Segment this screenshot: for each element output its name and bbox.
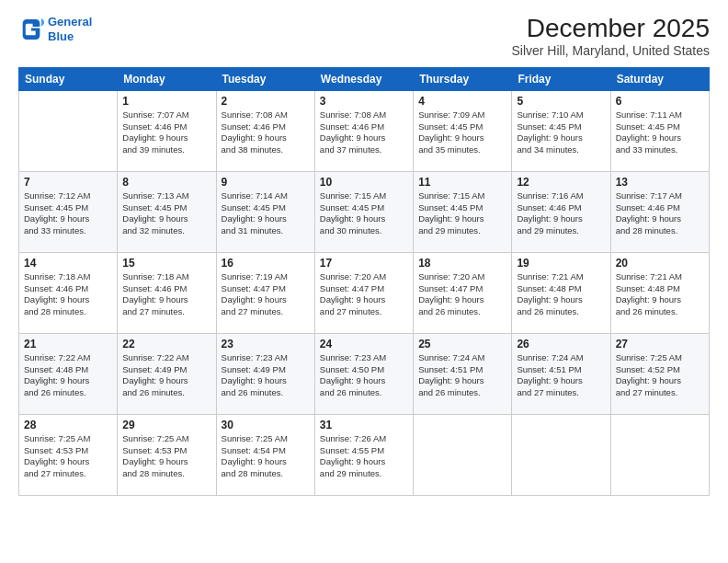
calendar-cell: 5Sunrise: 7:10 AM Sunset: 4:45 PM Daylig… xyxy=(512,90,610,171)
week-row-1: 7Sunrise: 7:12 AM Sunset: 4:45 PM Daylig… xyxy=(19,171,710,252)
day-info: Sunrise: 7:24 AM Sunset: 4:51 PM Dayligh… xyxy=(418,352,506,399)
calendar-cell xyxy=(512,414,610,495)
calendar-cell: 31Sunrise: 7:26 AM Sunset: 4:55 PM Dayli… xyxy=(314,414,413,495)
page: General Blue December 2025 Silver Hill, … xyxy=(0,0,728,563)
day-info: Sunrise: 7:19 AM Sunset: 4:47 PM Dayligh… xyxy=(222,271,310,318)
logo: General Blue xyxy=(18,15,92,43)
day-number: 24 xyxy=(320,338,408,350)
header-cell-wednesday: Wednesday xyxy=(314,67,413,90)
day-number: 6 xyxy=(616,95,704,108)
day-info: Sunrise: 7:15 AM Sunset: 4:45 PM Dayligh… xyxy=(320,190,408,237)
day-number: 27 xyxy=(616,338,704,350)
day-info: Sunrise: 7:20 AM Sunset: 4:47 PM Dayligh… xyxy=(320,271,408,318)
calendar-cell: 15Sunrise: 7:18 AM Sunset: 4:46 PM Dayli… xyxy=(118,252,216,333)
day-info: Sunrise: 7:20 AM Sunset: 4:47 PM Dayligh… xyxy=(418,271,506,318)
calendar-cell: 1Sunrise: 7:07 AM Sunset: 4:46 PM Daylig… xyxy=(118,90,216,171)
calendar-cell: 27Sunrise: 7:25 AM Sunset: 4:52 PM Dayli… xyxy=(610,333,709,414)
header-cell-monday: Monday xyxy=(118,67,216,90)
day-number: 18 xyxy=(418,257,506,270)
day-info: Sunrise: 7:13 AM Sunset: 4:45 PM Dayligh… xyxy=(122,190,210,237)
calendar-cell: 11Sunrise: 7:15 AM Sunset: 4:45 PM Dayli… xyxy=(414,171,512,252)
calendar-cell: 24Sunrise: 7:23 AM Sunset: 4:50 PM Dayli… xyxy=(314,333,413,414)
day-info: Sunrise: 7:23 AM Sunset: 4:50 PM Dayligh… xyxy=(320,352,408,399)
day-number: 1 xyxy=(122,95,210,108)
main-title: December 2025 xyxy=(511,15,710,43)
day-info: Sunrise: 7:12 AM Sunset: 4:45 PM Dayligh… xyxy=(24,190,112,237)
calendar-cell: 6Sunrise: 7:11 AM Sunset: 4:45 PM Daylig… xyxy=(610,90,709,171)
day-number: 19 xyxy=(517,257,605,270)
calendar-table: SundayMondayTuesdayWednesdayThursdayFrid… xyxy=(18,67,710,496)
day-info: Sunrise: 7:09 AM Sunset: 4:45 PM Dayligh… xyxy=(418,109,506,156)
calendar-cell: 2Sunrise: 7:08 AM Sunset: 4:46 PM Daylig… xyxy=(216,90,314,171)
day-info: Sunrise: 7:15 AM Sunset: 4:45 PM Dayligh… xyxy=(418,190,506,237)
day-number: 9 xyxy=(222,176,310,189)
day-info: Sunrise: 7:22 AM Sunset: 4:48 PM Dayligh… xyxy=(24,352,112,399)
header-cell-saturday: Saturday xyxy=(610,67,709,90)
day-info: Sunrise: 7:08 AM Sunset: 4:46 PM Dayligh… xyxy=(222,109,310,156)
header-row: SundayMondayTuesdayWednesdayThursdayFrid… xyxy=(19,67,710,90)
calendar-body: 1Sunrise: 7:07 AM Sunset: 4:46 PM Daylig… xyxy=(19,90,710,495)
calendar-cell: 10Sunrise: 7:15 AM Sunset: 4:45 PM Dayli… xyxy=(314,171,413,252)
day-info: Sunrise: 7:21 AM Sunset: 4:48 PM Dayligh… xyxy=(517,271,605,318)
day-number: 30 xyxy=(222,419,310,431)
day-number: 29 xyxy=(122,419,210,431)
day-number: 28 xyxy=(24,419,112,431)
calendar-cell: 28Sunrise: 7:25 AM Sunset: 4:53 PM Dayli… xyxy=(19,414,118,495)
header-cell-thursday: Thursday xyxy=(414,67,512,90)
day-info: Sunrise: 7:16 AM Sunset: 4:46 PM Dayligh… xyxy=(517,190,605,237)
logo-text: General Blue xyxy=(48,15,92,43)
day-number: 3 xyxy=(320,95,408,108)
calendar-cell xyxy=(610,414,709,495)
title-block: December 2025 Silver Hill, Maryland, Uni… xyxy=(511,15,710,58)
day-number: 25 xyxy=(418,338,506,350)
calendar-cell: 3Sunrise: 7:08 AM Sunset: 4:46 PM Daylig… xyxy=(314,90,413,171)
calendar-cell: 22Sunrise: 7:22 AM Sunset: 4:49 PM Dayli… xyxy=(118,333,216,414)
day-number: 11 xyxy=(418,176,506,189)
calendar-cell: 4Sunrise: 7:09 AM Sunset: 4:45 PM Daylig… xyxy=(414,90,512,171)
day-info: Sunrise: 7:14 AM Sunset: 4:45 PM Dayligh… xyxy=(222,190,310,237)
logo-line1: General xyxy=(48,15,92,29)
day-number: 10 xyxy=(320,176,408,189)
calendar-cell: 21Sunrise: 7:22 AM Sunset: 4:48 PM Dayli… xyxy=(19,333,118,414)
calendar-cell: 29Sunrise: 7:25 AM Sunset: 4:53 PM Dayli… xyxy=(118,414,216,495)
week-row-3: 21Sunrise: 7:22 AM Sunset: 4:48 PM Dayli… xyxy=(19,333,710,414)
day-info: Sunrise: 7:23 AM Sunset: 4:49 PM Dayligh… xyxy=(222,352,310,399)
day-info: Sunrise: 7:25 AM Sunset: 4:53 PM Dayligh… xyxy=(24,433,112,480)
day-number: 26 xyxy=(517,338,605,350)
calendar-cell: 30Sunrise: 7:25 AM Sunset: 4:54 PM Dayli… xyxy=(216,414,314,495)
week-row-2: 14Sunrise: 7:18 AM Sunset: 4:46 PM Dayli… xyxy=(19,252,710,333)
logo-icon xyxy=(18,17,44,42)
week-row-0: 1Sunrise: 7:07 AM Sunset: 4:46 PM Daylig… xyxy=(19,90,710,171)
calendar-cell: 13Sunrise: 7:17 AM Sunset: 4:46 PM Dayli… xyxy=(610,171,709,252)
calendar-cell: 12Sunrise: 7:16 AM Sunset: 4:46 PM Dayli… xyxy=(512,171,610,252)
subtitle: Silver Hill, Maryland, United States xyxy=(511,43,710,58)
day-number: 14 xyxy=(24,257,112,270)
day-number: 7 xyxy=(24,176,112,189)
day-info: Sunrise: 7:21 AM Sunset: 4:48 PM Dayligh… xyxy=(616,271,704,318)
day-info: Sunrise: 7:22 AM Sunset: 4:49 PM Dayligh… xyxy=(122,352,210,399)
calendar-cell: 20Sunrise: 7:21 AM Sunset: 4:48 PM Dayli… xyxy=(610,252,709,333)
day-info: Sunrise: 7:17 AM Sunset: 4:46 PM Dayligh… xyxy=(616,190,704,237)
day-info: Sunrise: 7:08 AM Sunset: 4:46 PM Dayligh… xyxy=(320,109,408,156)
calendar-cell: 18Sunrise: 7:20 AM Sunset: 4:47 PM Dayli… xyxy=(414,252,512,333)
calendar-header: SundayMondayTuesdayWednesdayThursdayFrid… xyxy=(19,67,710,90)
day-number: 21 xyxy=(24,338,112,350)
header-cell-sunday: Sunday xyxy=(19,67,118,90)
day-info: Sunrise: 7:11 AM Sunset: 4:45 PM Dayligh… xyxy=(616,109,704,156)
day-info: Sunrise: 7:18 AM Sunset: 4:46 PM Dayligh… xyxy=(122,271,210,318)
calendar-cell xyxy=(414,414,512,495)
calendar-cell: 8Sunrise: 7:13 AM Sunset: 4:45 PM Daylig… xyxy=(118,171,216,252)
calendar-cell: 14Sunrise: 7:18 AM Sunset: 4:46 PM Dayli… xyxy=(19,252,118,333)
day-number: 15 xyxy=(122,257,210,270)
calendar-cell: 26Sunrise: 7:24 AM Sunset: 4:51 PM Dayli… xyxy=(512,333,610,414)
day-number: 31 xyxy=(320,419,408,431)
day-number: 2 xyxy=(222,95,310,108)
calendar-cell: 7Sunrise: 7:12 AM Sunset: 4:45 PM Daylig… xyxy=(19,171,118,252)
calendar-cell: 16Sunrise: 7:19 AM Sunset: 4:47 PM Dayli… xyxy=(216,252,314,333)
header-cell-friday: Friday xyxy=(512,67,610,90)
day-number: 16 xyxy=(222,257,310,270)
header-cell-tuesday: Tuesday xyxy=(216,67,314,90)
day-info: Sunrise: 7:25 AM Sunset: 4:53 PM Dayligh… xyxy=(122,433,210,480)
day-number: 20 xyxy=(616,257,704,270)
day-number: 17 xyxy=(320,257,408,270)
